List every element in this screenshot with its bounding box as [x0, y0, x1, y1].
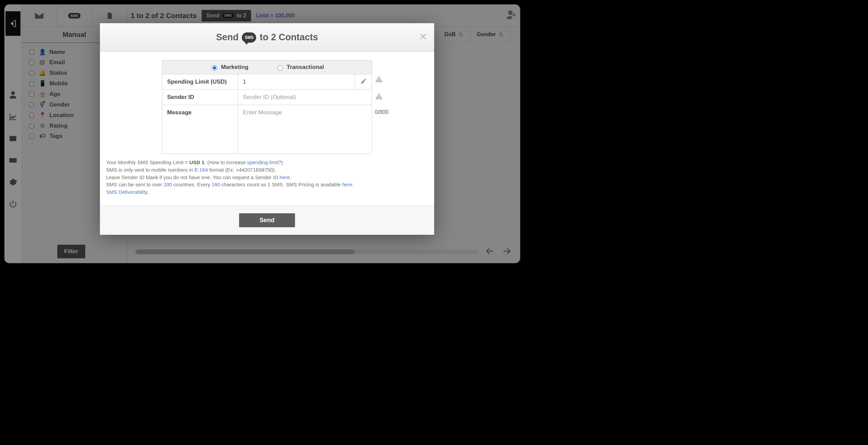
radio-label: Marketing [221, 64, 248, 71]
request-sender-link[interactable]: here [280, 174, 290, 180]
radio-marketing[interactable]: Marketing [210, 64, 248, 71]
char-counter: 0/800 [375, 109, 388, 115]
spending-limit-link[interactable]: spending limit [247, 159, 278, 165]
radio-label: Transactional [286, 64, 324, 71]
edit-icon[interactable] [360, 80, 367, 86]
spending-limit-label: Spending Limit (USD) [162, 74, 238, 90]
message-label: Message [162, 105, 238, 154]
chars-link[interactable]: 160 [211, 182, 220, 187]
radio-transactional[interactable]: Transactional [276, 64, 324, 71]
warning-icon[interactable] [375, 75, 383, 85]
deliverability-link[interactable]: SMS Deliverability [106, 189, 147, 195]
pricing-link[interactable]: here [342, 182, 352, 187]
modal-title: Send SMS to 2 Contacts [216, 32, 318, 43]
sender-id-input[interactable] [238, 90, 372, 105]
help-notes: Your Monthly SMS Spending Limit = USD 1.… [103, 154, 431, 202]
sender-id-label: Sender ID [162, 90, 238, 105]
send-button[interactable]: Send [239, 213, 295, 227]
warning-icon[interactable] [375, 92, 383, 102]
close-icon[interactable]: ✕ [419, 31, 427, 43]
countries-link[interactable]: 200 [163, 182, 172, 187]
e164-link[interactable]: E.164 [194, 167, 208, 173]
spending-limit-input[interactable] [238, 74, 355, 89]
send-sms-modal: Send SMS to 2 Contacts ✕ Marketing Trans… [100, 23, 434, 235]
message-input[interactable] [238, 105, 372, 152]
